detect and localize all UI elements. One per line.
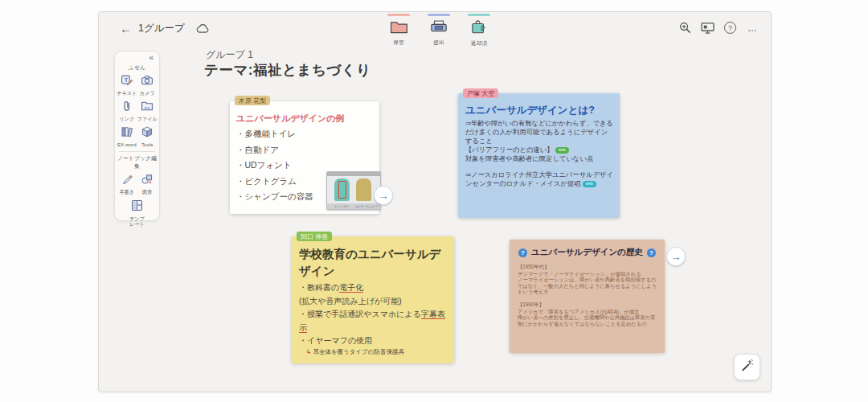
question-icon: ? <box>647 248 656 257</box>
definition-line: ⇒年齢や障がいの有無などにかかわらず、できるだけ多くの人が利用可能であるようにデ… <box>465 119 614 146</box>
definition-line: 【バリアフリーのとの違い】web <box>465 146 614 154</box>
web-link-chip[interactable]: web <box>555 147 569 154</box>
conditioner-bottle <box>356 178 371 201</box>
storage-button[interactable]: 保管 <box>382 12 416 47</box>
returned-label: 返却済 <box>471 39 487 47</box>
web-link-chip[interactable]: web <box>583 181 596 187</box>
link-label: リンク <box>119 117 134 122</box>
camera-label: カメラ <box>140 91 155 96</box>
sticky-note-school[interactable]: 学校教育のユニバーサルデザイン ・教科書の電子化 (拡大や音声読み上げが可能) … <box>292 236 454 363</box>
topbar-center: 保管 提出 返却済 <box>382 12 496 47</box>
next-arrow-button-history[interactable]: → <box>666 247 686 266</box>
shapes-label: 図形 <box>142 190 152 195</box>
school-note-list: ・教科書の電子化 (拡大や音声読み上げが可能) ・授業で手話通訳やスマホによる字… <box>299 281 450 356</box>
pen-icon <box>121 173 133 189</box>
camera-tool[interactable]: カメラ <box>137 73 158 97</box>
examples-note-title: ユニバーサルデザインの例 <box>236 113 345 125</box>
sticky-note-definition[interactable]: ユニバーサルデザインとは? ⇒年齢や障がいの有無などにかかわらず、できるだけ多く… <box>458 93 620 218</box>
item-text: ・授業で手話通訳やスマホによる <box>299 310 421 318</box>
handwriting-label: 手書き <box>119 190 134 195</box>
item-text: ・教科書の <box>299 283 339 292</box>
shapes-icon <box>141 173 154 189</box>
author-tag-school: 関口 伸吾 <box>297 232 332 241</box>
returned-tab-indicator <box>468 14 490 16</box>
tool-panel: « ふせん T テキスト カメラ <box>114 51 160 221</box>
screen-share-icon[interactable] <box>701 21 714 35</box>
author-tag-examples: 木原 花梨 <box>235 96 270 105</box>
template-tool[interactable]: テンプレート <box>125 198 149 228</box>
help-icon: ? <box>724 22 736 34</box>
printer-icon <box>430 20 448 37</box>
more-options-button[interactable]: … <box>746 21 760 35</box>
app-window: ← 1グループ 保管 提出 <box>98 11 772 392</box>
era-line: ノーマライゼーションは、障がい者や高齢者を特別視するのではなく、一般の人たちと同… <box>518 277 657 295</box>
toolbox-label: Tools <box>141 142 153 148</box>
text-note-tool[interactable]: T テキスト <box>117 73 137 97</box>
sticky-tool-grid: T テキスト カメラ リンク <box>115 73 159 148</box>
submit-tab-indicator <box>428 14 450 16</box>
desktop-background: ← 1グループ 保管 提出 <box>0 0 868 402</box>
subitem-text: 耳全体を覆うタイプの防音保護具 <box>313 348 404 355</box>
help-button[interactable]: ? <box>723 21 737 35</box>
toolbox-icon <box>141 125 154 142</box>
question-icon: ? <box>518 248 527 257</box>
list-item: ・多機能トイレ <box>236 126 313 142</box>
returned-button[interactable]: 返却済 <box>462 12 496 47</box>
magic-wand-button[interactable] <box>734 354 760 380</box>
submit-label: 提出 <box>433 39 444 47</box>
history-title-row: ? ユニバーサルデザインの歴史 ? <box>510 247 665 258</box>
definition-line: 対象を障害者や高齢者に限定していない点 <box>465 154 614 163</box>
examples-note-list: ・多機能トイレ ・自動ドア ・UDフォント ・ピクトグラム ・シャンプーの容器 <box>236 126 313 205</box>
era-label: 【1950年代】 <box>518 264 657 270</box>
spacer <box>465 163 614 170</box>
history-note-title: ユニバーサルデザインの歴史 <box>531 247 643 258</box>
file-tool[interactable]: ファイル <box>137 99 158 123</box>
shampoo-caption: シャンプー <box>334 204 349 208</box>
shampoo-bottle <box>334 178 350 201</box>
sticky-note-examples[interactable]: ユニバーサルデザインの例 ・多機能トイレ ・自動ドア ・UDフォント ・ピクトグ… <box>230 101 379 214</box>
shapes-tool[interactable]: 図形 <box>137 172 158 196</box>
canvas-theme-title: テーマ:福祉とまちづくり <box>204 60 371 80</box>
text-note-icon: T <box>121 74 133 90</box>
storage-label: 保管 <box>393 39 404 47</box>
definition-note-body: ⇒年齢や障がいの有無などにかかわらず、できるだけ多くの人が利用可能であるようにデ… <box>465 119 614 188</box>
underlined-term: 電子化 <box>339 283 363 293</box>
template-label: テンプレート <box>128 216 147 228</box>
dictionary-icon <box>121 125 133 142</box>
magic-wand-icon <box>740 359 754 375</box>
return-box-icon <box>470 20 488 38</box>
sticky-note-history[interactable]: ? ユニバーサルデザインの歴史 ? 【1950年代】 デンマークで「ノーマライゼ… <box>510 240 665 353</box>
submit-button[interactable]: 提出 <box>422 12 456 47</box>
ridge-highlight-box <box>338 181 346 199</box>
list-item: ・イヤーマフの使用 <box>299 334 450 348</box>
definition-line-text: 【バリアフリーのとの違い】 <box>465 146 554 154</box>
back-button[interactable]: ← <box>120 22 132 35</box>
zoom-in-icon[interactable] <box>678 21 692 35</box>
list-subitem: ↳ 耳全体を覆うタイプの防音保護具 <box>299 348 450 356</box>
topbar-right: ? … <box>678 21 760 35</box>
collapse-panel-button[interactable]: « <box>149 53 154 62</box>
handwriting-tool[interactable]: 手書き <box>117 172 137 196</box>
link-tool[interactable]: リンク <box>117 99 137 123</box>
file-label: ファイル <box>137 117 158 122</box>
conditioner-caption: コンディショナー <box>355 204 379 208</box>
sticky-section-title: ふせん <box>115 64 159 72</box>
next-arrow-button-examples[interactable]: → <box>374 186 393 205</box>
list-item: ・授業で手話通訳やスマホによる字幕表示 <box>299 308 450 334</box>
topbar-left: ← 1グループ <box>120 22 210 35</box>
group-name-label: 1グループ <box>138 22 185 35</box>
list-item: ・教科書の電子化 <box>299 281 450 295</box>
list-item: ・自動ドア <box>236 142 313 158</box>
link-icon <box>121 100 133 116</box>
cloud-sync-icon[interactable] <box>196 23 210 34</box>
sub-arrow-icon: ↳ <box>306 348 311 355</box>
toolbox-tool[interactable]: Tools <box>137 125 158 149</box>
history-note-body: 【1950年代】 デンマークで「ノーマライゼーション」が提唱される ノーマライゼ… <box>518 264 657 326</box>
dictionary-tool[interactable]: EX-word <box>117 125 137 149</box>
author-tag-definition: 戸塚 大空 <box>463 88 498 98</box>
file-icon <box>141 100 154 116</box>
shampoo-bottles-image: シャンプー コンディショナー <box>326 171 381 210</box>
dictionary-label: EX-word <box>117 142 137 148</box>
storage-tab-indicator <box>387 14 410 16</box>
list-item: ・UDフォント <box>236 158 313 174</box>
